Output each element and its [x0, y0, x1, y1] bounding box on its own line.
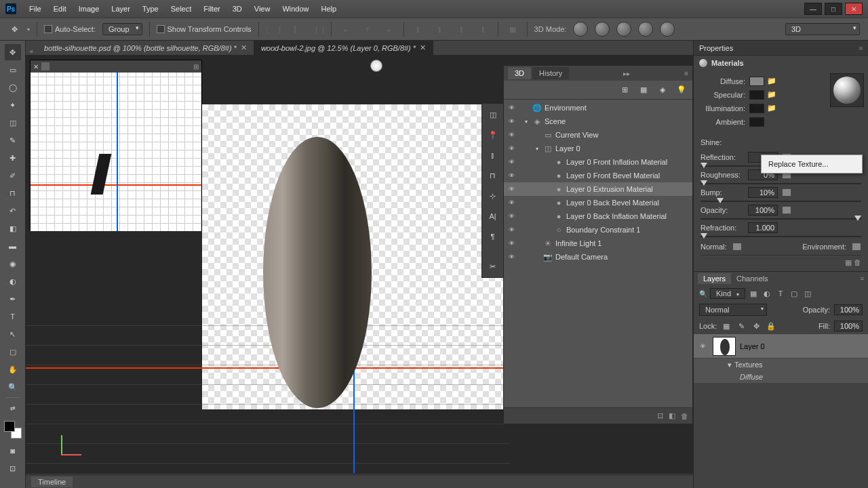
move-tool[interactable]: ✥: [5, 44, 21, 60]
menu-help[interactable]: Help: [315, 2, 343, 16]
filter-scene-icon[interactable]: ⊞: [619, 85, 630, 96]
dodge-tool[interactable]: ◐: [5, 273, 21, 289]
illumination-texture-icon[interactable]: 📁: [767, 104, 776, 113]
visibility-icon[interactable]: [507, 117, 516, 126]
quick-mask-tool[interactable]: ◙: [5, 443, 21, 459]
wand-tool[interactable]: ✦: [5, 97, 21, 113]
healing-tool[interactable]: ✚: [5, 150, 21, 166]
brush-tool[interactable]: ✐: [5, 167, 21, 184]
menu-filter[interactable]: Filter: [197, 2, 226, 16]
menu-view[interactable]: View: [248, 2, 277, 16]
pen-tool[interactable]: ✒: [5, 291, 21, 307]
filter-smart-icon[interactable]: ◫: [802, 288, 813, 299]
move-tool-icon[interactable]: ✥: [8, 23, 20, 35]
visibility-icon[interactable]: [507, 225, 516, 235]
diffuse-swatch[interactable]: [749, 77, 764, 86]
filter-kind-dropdown[interactable]: Kind: [710, 288, 745, 299]
tree-row[interactable]: ●Layer 0 Front Inflation Material: [504, 155, 692, 169]
color-swatches[interactable]: [4, 421, 22, 439]
tab-3d[interactable]: 3D: [508, 67, 531, 79]
group-dropdown[interactable]: Group: [102, 23, 142, 35]
layer-name[interactable]: Layer 0: [740, 342, 765, 350]
panel-menu-icon[interactable]: ≡: [684, 70, 688, 77]
expand-icon[interactable]: ▾: [534, 146, 540, 152]
environment-texture-icon[interactable]: [852, 243, 861, 251]
tree-row[interactable]: ●Layer 0 Front Bevel Material: [504, 169, 692, 182]
blend-mode-dropdown[interactable]: Normal: [699, 304, 767, 316]
align-right-icon[interactable]: ⎹⎹: [309, 22, 324, 37]
visibility-icon[interactable]: [507, 171, 516, 180]
dock-cube-icon[interactable]: ◫: [485, 106, 501, 123]
visibility-icon[interactable]: [507, 144, 516, 153]
filter-adjust-icon[interactable]: ◐: [762, 288, 772, 299]
lock-position-icon[interactable]: ✥: [751, 321, 762, 331]
tab-channels[interactable]: Channels: [731, 273, 773, 284]
align-left-icon[interactable]: ⎸⎹: [266, 22, 281, 37]
refraction-value[interactable]: 1.000: [748, 222, 778, 233]
menu-image[interactable]: Image: [73, 2, 106, 16]
filter-light-icon[interactable]: 💡: [676, 85, 687, 96]
pan-icon[interactable]: [616, 22, 631, 37]
document-tab[interactable]: bottle-silhouette.psd @ 100% (bottle sil…: [37, 41, 254, 55]
show-transform-checkbox[interactable]: [157, 25, 165, 33]
opacity-texture-icon[interactable]: [782, 206, 791, 214]
sv-swap-icon[interactable]: [41, 62, 50, 70]
fill-value[interactable]: 100%: [834, 321, 863, 331]
delete-icon[interactable]: 🗑: [681, 412, 688, 420]
filter-material-icon[interactable]: ◈: [657, 85, 668, 96]
ambient-swatch[interactable]: [749, 117, 764, 127]
path-tool[interactable]: ↖: [5, 326, 21, 342]
tab-close-icon[interactable]: ✕: [420, 43, 426, 52]
visibility-icon[interactable]: [507, 130, 516, 140]
specular-texture-icon[interactable]: 📁: [767, 90, 776, 100]
swap-colors-icon[interactable]: ⇄: [5, 400, 21, 416]
tree-row[interactable]: ▾◈Scene: [504, 115, 692, 128]
visibility-icon[interactable]: [507, 252, 516, 262]
filter-mesh-icon[interactable]: ▦: [638, 85, 649, 96]
prop-delete-icon[interactable]: ▦ 🗑: [845, 258, 861, 266]
document-tab[interactable]: wood-bowl-2.jpg @ 12.5% (Layer 0, RGB/8#…: [254, 41, 433, 55]
light-widget[interactable]: [370, 60, 382, 72]
tab-layers[interactable]: Layers: [698, 273, 731, 284]
eraser-tool[interactable]: ◧: [5, 220, 21, 237]
filter-pixel-icon[interactable]: ▦: [748, 288, 759, 299]
specular-swatch[interactable]: [749, 90, 764, 100]
distribute-h-icon[interactable]: ⫿: [411, 22, 426, 37]
menu-type[interactable]: Type: [136, 2, 165, 16]
minimize-button[interactable]: —: [804, 3, 822, 15]
dock-cap-icon[interactable]: ⊓: [485, 167, 501, 184]
distribute-v-icon[interactable]: ⫿: [433, 22, 448, 37]
menu-3d[interactable]: 3D: [226, 2, 248, 16]
replace-texture-item[interactable]: Replace Texture...: [762, 157, 862, 171]
lasso-tool[interactable]: ◯: [5, 79, 21, 96]
diffuse-texture-icon[interactable]: 📁: [767, 77, 776, 86]
panel-collapse-icon[interactable]: ▸▸: [623, 70, 630, 77]
visibility-icon[interactable]: [507, 103, 516, 113]
dock-coord-icon[interactable]: ⊹: [485, 188, 501, 204]
visibility-icon[interactable]: [507, 157, 516, 167]
type-tool[interactable]: T: [5, 308, 21, 325]
gradient-tool[interactable]: ▬: [5, 238, 21, 254]
distribute-icon2[interactable]: ⫿: [476, 22, 491, 37]
diffuse-texture-row[interactable]: Diffuse: [694, 371, 868, 383]
menu-file[interactable]: File: [23, 2, 47, 16]
visibility-icon[interactable]: [507, 198, 516, 207]
tree-row[interactable]: ○Boundary Constraint 1: [504, 223, 692, 237]
prop-menu-icon[interactable]: ≡: [859, 45, 863, 52]
layer-row[interactable]: Layer 0: [694, 334, 868, 359]
material-preview[interactable]: [830, 73, 864, 107]
tree-row[interactable]: ☀Infinite Light 1: [504, 237, 692, 250]
arrange-icon[interactable]: ▦: [505, 22, 520, 37]
orbit-icon[interactable]: [573, 22, 588, 37]
roughness-slider[interactable]: [701, 183, 861, 184]
align-middle-icon[interactable]: ⫯: [360, 22, 375, 37]
visibility-icon[interactable]: [507, 184, 516, 194]
layer-visibility-icon[interactable]: [698, 342, 707, 351]
stamp-tool[interactable]: ⊓: [5, 185, 21, 201]
slide-icon[interactable]: [638, 22, 653, 37]
roll-icon[interactable]: [595, 22, 610, 37]
collapse-icon[interactable]: «: [26, 48, 37, 55]
opacity-slider[interactable]: [701, 218, 861, 220]
visibility-icon[interactable]: [507, 211, 516, 221]
sv-close-icon[interactable]: ✕: [33, 63, 39, 70]
